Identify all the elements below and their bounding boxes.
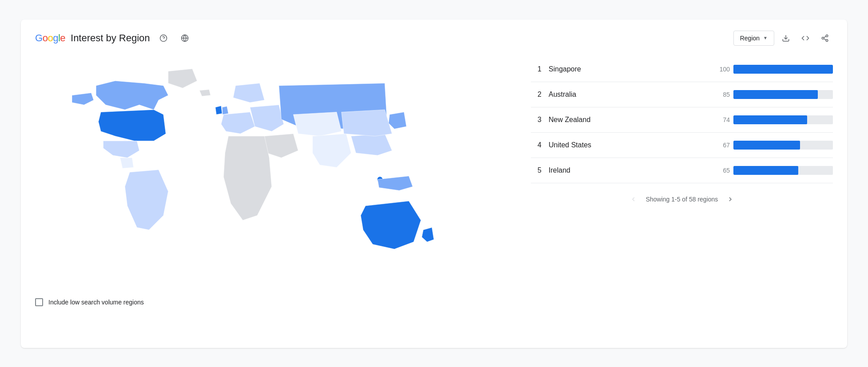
bar-value: 67: [717, 142, 730, 149]
bar-track: [733, 115, 833, 124]
embed-button[interactable]: [797, 30, 813, 46]
country-name: United States: [549, 141, 710, 149]
globe-icon: [181, 34, 189, 42]
region-dropdown[interactable]: Region ▼: [733, 31, 774, 46]
rank-number: 1: [531, 65, 542, 73]
next-page-button[interactable]: [723, 192, 737, 206]
bar-track: [733, 90, 833, 99]
bar-value: 85: [717, 91, 730, 98]
bar-track: [733, 166, 833, 175]
rank-number: 3: [531, 116, 542, 124]
table-row: 1Singapore100: [531, 57, 833, 82]
header: Google Interest by Region Region: [35, 30, 833, 46]
globe-icon-button[interactable]: [177, 30, 193, 46]
chevron-down-icon: ▼: [763, 36, 768, 40]
bar-container: 85: [717, 90, 833, 99]
bar-container: 65: [717, 166, 833, 175]
page-title: Interest by Region: [71, 32, 150, 44]
world-map: [35, 57, 513, 288]
bar-fill: [733, 166, 798, 175]
map-footer: Include low search volume regions: [35, 298, 513, 306]
svg-point-7: [826, 39, 828, 42]
country-name: Ireland: [549, 166, 710, 174]
bar-fill: [733, 65, 833, 74]
table-row: 2Australia85: [531, 82, 833, 107]
table-row: 3New Zealand74: [531, 107, 833, 133]
bar-track: [733, 141, 833, 150]
prev-page-button[interactable]: [626, 192, 641, 206]
google-logo: Google: [35, 32, 65, 44]
data-section: 1Singapore1002Australia853New Zealand744…: [531, 57, 833, 306]
bar-container: 74: [717, 115, 833, 124]
share-button[interactable]: [817, 30, 833, 46]
help-icon: [159, 34, 167, 42]
bar-fill: [733, 90, 818, 99]
main-content: Include low search volume regions 1Singa…: [35, 57, 833, 306]
bar-value: 100: [717, 66, 730, 73]
embed-icon: [801, 34, 809, 42]
rank-number: 5: [531, 166, 542, 174]
bar-container: 100: [717, 65, 833, 74]
svg-line-8: [824, 39, 826, 40]
bar-value: 65: [717, 167, 730, 174]
download-icon: [782, 34, 790, 42]
pagination-text: Showing 1-5 of 58 regions: [646, 196, 718, 203]
bar-value: 74: [717, 116, 730, 123]
header-right: Region ▼: [733, 30, 833, 46]
header-left: Google Interest by Region: [35, 30, 193, 46]
download-button[interactable]: [778, 30, 794, 46]
svg-line-9: [824, 36, 826, 37]
chevron-right-icon: [727, 196, 734, 203]
bar-track: [733, 65, 833, 74]
table-row: 5Ireland65: [531, 158, 833, 183]
rank-number: 4: [531, 141, 542, 149]
rank-number: 2: [531, 91, 542, 99]
bar-fill: [733, 115, 807, 124]
bar-fill: [733, 141, 800, 150]
low-volume-label: Include low search volume regions: [48, 299, 144, 306]
country-name: Australia: [549, 91, 710, 99]
country-name: Singapore: [549, 65, 710, 73]
pagination: Showing 1-5 of 58 regions: [531, 183, 833, 206]
svg-point-5: [826, 35, 828, 37]
table-row: 4United States67: [531, 133, 833, 158]
main-card: Google Interest by Region Region: [21, 20, 847, 348]
regions-list: 1Singapore1002Australia853New Zealand744…: [531, 57, 833, 183]
bar-container: 67: [717, 141, 833, 150]
low-volume-checkbox[interactable]: [35, 298, 43, 306]
share-icon: [821, 34, 829, 42]
help-icon-button[interactable]: [155, 30, 171, 46]
svg-point-6: [822, 37, 824, 39]
chevron-left-icon: [630, 196, 637, 203]
region-dropdown-label: Region: [740, 35, 760, 42]
country-name: New Zealand: [549, 116, 710, 124]
map-section: Include low search volume regions: [35, 57, 513, 306]
